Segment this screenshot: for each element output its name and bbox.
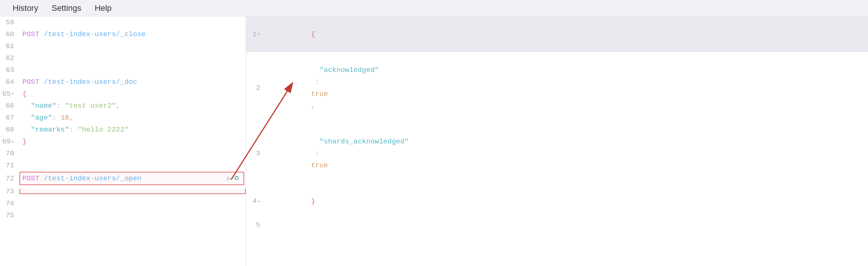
- line-num-67: 67: [0, 112, 19, 124]
- line-num-62: 62: [0, 52, 19, 64]
- resp-val-2: true: [311, 90, 328, 98]
- line-num-61: 61: [0, 40, 19, 52]
- resp-sep-3: :: [311, 149, 324, 158]
- resp-line-1: 1 ▾ {: [246, 16, 868, 52]
- brace-open-65: {: [22, 88, 26, 100]
- line-num-75: 75: [0, 209, 19, 221]
- line-content-65: {: [19, 88, 246, 100]
- resp-val-3: true: [311, 161, 328, 170]
- method-post-64: POST: [22, 76, 40, 88]
- line-num-72: 72: [0, 172, 19, 184]
- line-content-72[interactable]: POST /test-index-users/_open ▷ ♻: [20, 172, 243, 184]
- colon-67: :: [52, 112, 61, 124]
- line-icons-72: ▷ ♻: [227, 172, 239, 184]
- line-num-68: 68: [0, 124, 19, 136]
- resp-content-3: "shards_acknowledged" : true: [265, 124, 868, 183]
- resp-line-4: 4 ▴ }: [246, 183, 868, 219]
- val-68: "hello 2222": [78, 124, 129, 136]
- resp-num-2: 2: [246, 82, 265, 94]
- resp-num-1: 1 ▾: [246, 28, 265, 40]
- editor-line-69: 69 ▴ }: [0, 136, 246, 148]
- response-panel: 1 ▾ { 2 "acknowledged" : true ,: [246, 16, 868, 266]
- key-67: "age": [22, 112, 52, 124]
- line-content-67: "age" : 18 ,: [19, 112, 246, 124]
- line-content-60[interactable]: POST /test-index-users/_close: [19, 28, 246, 40]
- line-num-63: 63: [0, 64, 19, 76]
- resp-key-2: "acknowledged": [311, 66, 379, 74]
- resp-brace-close-4: }: [311, 197, 315, 205]
- line-content-66: "name" : "test user2" ,: [19, 100, 246, 112]
- editor-line-74: 74: [0, 197, 246, 209]
- resp-comma-2: ,: [311, 102, 315, 110]
- highlight-bottom-73: [19, 189, 246, 194]
- editor-line-62: 62: [0, 52, 246, 64]
- line-num-65: 65 ▾: [0, 88, 19, 100]
- line-num-60: 60: [0, 28, 19, 40]
- editor-line-60: 60 POST /test-index-users/_close: [0, 28, 246, 40]
- comma-66: ,: [116, 100, 120, 112]
- method-post-60: POST: [22, 28, 40, 40]
- run-icon[interactable]: ▷: [227, 172, 231, 184]
- resp-num-5: 5: [246, 219, 265, 231]
- url-path-64: /test-index-users/_doc: [40, 76, 137, 88]
- editor-line-73: 73: [0, 186, 246, 197]
- line-num-73: 73: [0, 186, 19, 197]
- method-post-72: POST: [22, 172, 40, 184]
- line-content-64[interactable]: POST /test-index-users/_doc: [19, 76, 246, 88]
- editor-line-75: 75: [0, 209, 246, 221]
- fold-icon-65[interactable]: ▾: [12, 88, 14, 100]
- fold-icon-69[interactable]: ▴: [12, 136, 14, 148]
- highlighted-line-72: POST /test-index-users/_open ▷ ♻: [19, 172, 244, 185]
- url-path-60: /test-index-users/_close: [40, 28, 146, 40]
- editor-line-59: 59: [0, 16, 246, 28]
- editor-line-67: 67 "age" : 18 ,: [0, 112, 246, 124]
- colon-68: :: [69, 124, 78, 136]
- resp-fold-1[interactable]: ▾: [258, 28, 260, 40]
- resp-content-2: "acknowledged" : true ,: [265, 52, 868, 124]
- val-66: "test user2": [65, 100, 116, 112]
- line-num-70: 70: [0, 148, 19, 159]
- menu-history[interactable]: History: [6, 1, 45, 15]
- key-68: "remarks": [22, 124, 69, 136]
- line-num-64: 64: [0, 76, 19, 88]
- line-num-66: 66: [0, 100, 19, 112]
- editor-panel: 59 60 POST /test-index-users/_close 61 6…: [0, 16, 246, 266]
- resp-brace-open-1: {: [311, 30, 315, 38]
- line-num-69: 69 ▴: [0, 136, 19, 148]
- line-num-71: 71: [0, 159, 19, 171]
- line-content-69: }: [19, 136, 246, 148]
- editor-line-65: 65 ▾ {: [0, 88, 246, 100]
- val-67: 18: [61, 112, 69, 124]
- panels-wrapper: 59 60 POST /test-index-users/_close 61 6…: [0, 16, 868, 266]
- resp-sep-2: :: [311, 78, 324, 86]
- code-editor: 59 60 POST /test-index-users/_close 61 6…: [0, 16, 246, 221]
- editor-line-72: 72 POST /test-index-users/_open ▷ ♻: [0, 171, 246, 186]
- resp-line-5: 5: [246, 219, 868, 231]
- link-icon[interactable]: ♻: [234, 172, 239, 184]
- editor-line-61: 61: [0, 40, 246, 52]
- editor-line-70: 70: [0, 148, 246, 159]
- resp-key-3: "shards_acknowledged": [311, 137, 409, 146]
- resp-content-4: }: [265, 183, 868, 219]
- url-path-72: /test-index-users/_open: [40, 172, 142, 184]
- editor-line-68: 68 "remarks" : "hello 2222": [0, 124, 246, 136]
- menu-bar: History Settings Help: [0, 0, 868, 16]
- editor-line-63: 63: [0, 64, 246, 76]
- comma-67: ,: [69, 112, 73, 124]
- resp-content-1: {: [265, 16, 868, 52]
- editor-line-71: 71: [0, 159, 246, 171]
- resp-num-3: 3: [246, 148, 265, 159]
- menu-help[interactable]: Help: [88, 1, 118, 15]
- line-num-59: 59: [0, 16, 19, 28]
- colon-66: :: [56, 100, 65, 112]
- resp-line-3: 3 "shards_acknowledged" : true: [246, 124, 868, 183]
- editor-line-64: 64 POST /test-index-users/_doc: [0, 76, 246, 88]
- menu-settings[interactable]: Settings: [45, 1, 88, 15]
- key-66: "name": [22, 100, 56, 112]
- response-code: 1 ▾ { 2 "acknowledged" : true ,: [246, 16, 868, 231]
- line-content-68: "remarks" : "hello 2222": [19, 124, 246, 136]
- resp-fold-4[interactable]: ▴: [258, 195, 260, 207]
- brace-close-69: }: [22, 136, 26, 148]
- editor-line-66: 66 "name" : "test user2" ,: [0, 100, 246, 112]
- resp-num-4: 4 ▴: [246, 195, 265, 207]
